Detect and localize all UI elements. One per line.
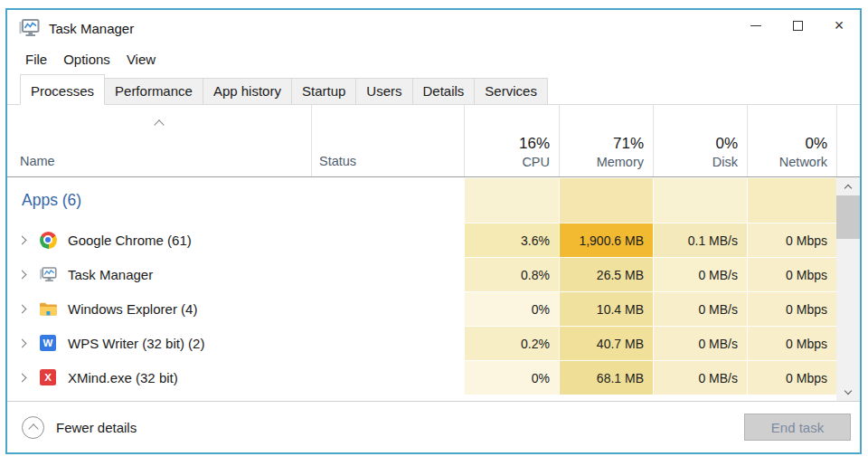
column-header-name[interactable]: Name: [7, 105, 311, 176]
network-cell: 0 Mbps: [747, 223, 836, 257]
disk-cell: 0 MB/s: [653, 360, 747, 395]
status-cell: [311, 291, 464, 326]
cpu-cell: [464, 177, 559, 223]
process-name: Windows Explorer (4): [68, 301, 197, 317]
close-button[interactable]: ×: [818, 10, 860, 41]
expand-chevron-icon[interactable]: [18, 304, 27, 313]
disk-cell: 0 MB/s: [653, 291, 747, 326]
network-cell: 0 Mbps: [747, 326, 836, 360]
maximize-icon: [793, 21, 803, 31]
tab-performance[interactable]: Performance: [104, 78, 203, 105]
process-name: XMind.exe (32 bit): [68, 370, 178, 385]
network-cell: [747, 177, 836, 223]
menu-file[interactable]: File: [18, 49, 55, 70]
tab-bar: Processes Performance App history Startu…: [7, 72, 860, 105]
network-total: 0%: [805, 135, 827, 153]
wps-writer-icon: W: [39, 334, 57, 352]
status-cell: [311, 223, 464, 257]
cpu-total: 16%: [519, 135, 550, 153]
status-cell: [311, 360, 464, 395]
vertical-scrollbar[interactable]: [836, 177, 860, 401]
tab-details[interactable]: Details: [412, 78, 476, 105]
header-scrollbar-spacer: [836, 105, 860, 176]
process-name: WPS Writer (32 bit) (2): [68, 336, 204, 351]
chevron-up-icon: [844, 184, 852, 191]
status-cell: [311, 257, 464, 291]
disk-cell: 0.1 MB/s: [653, 223, 747, 257]
end-task-button[interactable]: End task: [744, 414, 851, 441]
collapse-circle-icon: [22, 416, 44, 439]
cpu-cell: 3.6%: [464, 223, 559, 257]
column-header-network[interactable]: 0% Network: [747, 105, 836, 176]
process-row-task-manager[interactable]: Task Manager 0.8% 26.5 MB 0 MB/s 0 Mbps: [7, 257, 836, 291]
process-row-windows-explorer[interactable]: Windows Explorer (4) 0% 10.4 MB 0 MB/s 0…: [7, 291, 836, 326]
menu-options[interactable]: Options: [55, 49, 118, 70]
cpu-cell: 0%: [464, 291, 559, 326]
chevron-down-icon: [844, 386, 852, 394]
network-cell: 0 Mbps: [747, 360, 836, 395]
memory-cell: 40.7 MB: [559, 326, 653, 360]
memory-cell: 26.5 MB: [559, 257, 653, 291]
network-cell: 0 Mbps: [747, 257, 836, 291]
memory-cell: [559, 177, 653, 223]
column-header-cpu[interactable]: 16% CPU: [464, 105, 559, 176]
window-title: Task Manager: [49, 21, 134, 36]
memory-cell: 10.4 MB: [559, 291, 653, 326]
process-name: Google Chrome (61): [68, 233, 192, 248]
cpu-cell: 0%: [464, 360, 559, 395]
tab-app-history[interactable]: App history: [203, 78, 292, 105]
process-row-xmind[interactable]: X XMind.exe (32 bit) 0% 68.1 MB 0 MB/s 0…: [7, 360, 836, 395]
memory-cell: 68.1 MB: [559, 360, 653, 395]
tab-startup[interactable]: Startup: [291, 78, 356, 105]
process-row-wps-writer[interactable]: W WPS Writer (32 bit) (2) 0.2% 40.7 MB 0…: [7, 326, 836, 360]
group-label: Apps (6): [19, 191, 81, 210]
titlebar: Task Manager ×: [7, 10, 860, 46]
disk-total: 0%: [715, 135, 738, 153]
chrome-icon: [39, 231, 57, 249]
fewer-details-label: Fewer details: [56, 420, 137, 435]
column-header-memory[interactable]: 71% Memory: [559, 105, 653, 176]
xmind-icon: X: [39, 368, 57, 386]
process-list: Apps (6) Google Chrome (61) 3.6% 1,: [7, 177, 860, 401]
scroll-up-button[interactable]: [836, 177, 860, 195]
cpu-cell: 0.2%: [464, 326, 559, 360]
task-manager-icon: [39, 265, 57, 283]
process-row-google-chrome[interactable]: Google Chrome (61) 3.6% 1,900.6 MB 0.1 M…: [7, 223, 836, 257]
fewer-details-toggle[interactable]: Fewer details: [22, 416, 137, 439]
expand-chevron-icon[interactable]: [18, 373, 27, 382]
status-cell: [311, 326, 464, 360]
footer-bar: Fewer details End task: [7, 401, 860, 452]
task-manager-app-icon: [18, 18, 40, 38]
scrollbar-thumb[interactable]: [836, 195, 860, 239]
screenshot-background: Task Manager × File Options View Process…: [0, 0, 868, 466]
expand-chevron-icon[interactable]: [18, 235, 27, 244]
tab-processes[interactable]: Processes: [20, 74, 105, 105]
menu-view[interactable]: View: [118, 49, 164, 70]
tab-services[interactable]: Services: [474, 78, 548, 105]
minimize-button[interactable]: [735, 10, 777, 41]
process-rows: Apps (6) Google Chrome (61) 3.6% 1,: [7, 177, 836, 401]
expand-chevron-icon[interactable]: [18, 338, 27, 347]
folder-icon: [39, 300, 57, 318]
process-name: Task Manager: [68, 267, 153, 282]
expand-chevron-icon[interactable]: [18, 270, 27, 279]
maximize-button[interactable]: [777, 10, 818, 41]
network-cell: 0 Mbps: [747, 291, 836, 326]
sort-ascending-icon: [156, 116, 163, 132]
disk-cell: 0 MB/s: [653, 257, 747, 291]
column-header-disk[interactable]: 0% Disk: [653, 105, 747, 176]
task-manager-window: Task Manager × File Options View Process…: [5, 8, 862, 454]
column-header-status[interactable]: Status: [311, 105, 464, 176]
column-header-row: Name Status 16% CPU 71% Memory 0% Disk 0…: [7, 105, 860, 177]
minimize-icon: [750, 25, 761, 26]
group-row-apps[interactable]: Apps (6): [7, 177, 836, 223]
menu-bar: File Options View: [7, 46, 860, 72]
scroll-down-button[interactable]: [836, 383, 860, 401]
tab-users[interactable]: Users: [355, 78, 412, 105]
disk-cell: 0 MB/s: [653, 326, 747, 360]
memory-cell: 1,900.6 MB: [559, 223, 653, 257]
window-controls: ×: [735, 10, 860, 41]
memory-total: 71%: [613, 135, 644, 153]
disk-cell: [653, 177, 747, 223]
close-icon: ×: [835, 17, 844, 33]
